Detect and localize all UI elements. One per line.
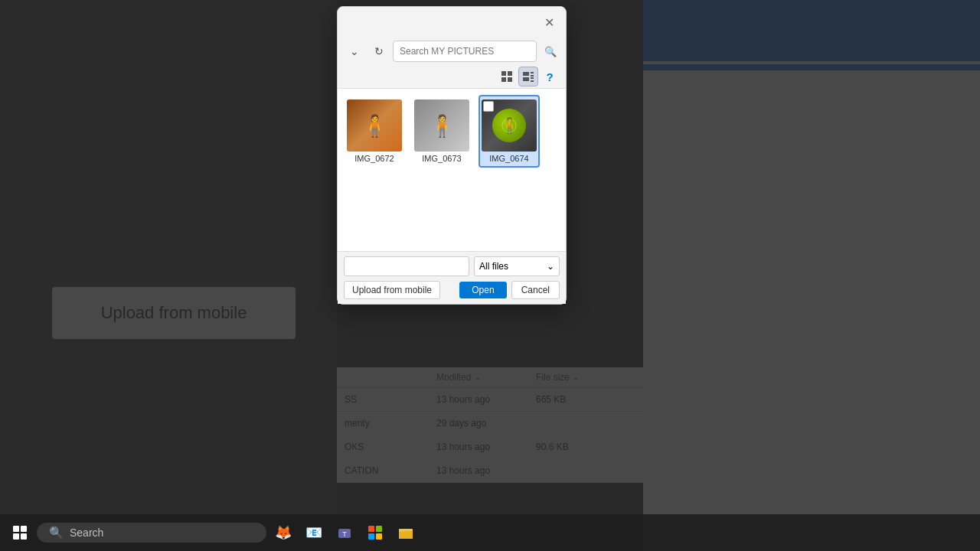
filetype-label: All files bbox=[479, 261, 508, 272]
svg-rect-1 bbox=[508, 71, 512, 76]
file-thumbnail-img0672: 🧍 bbox=[347, 99, 402, 152]
taskbar-search-label: Search bbox=[70, 527, 103, 539]
taskbar-mail-icon[interactable]: 📧 bbox=[300, 519, 328, 546]
dialog-close-button[interactable]: ✕ bbox=[538, 11, 560, 33]
svg-rect-8 bbox=[531, 77, 534, 79]
file-open-dialog: ✕ ⌄ ↻ 🔍 bbox=[337, 6, 567, 305]
svg-rect-16 bbox=[376, 533, 382, 540]
taskbar-store-icon[interactable] bbox=[361, 519, 389, 546]
taskbar-teams-icon[interactable]: T bbox=[331, 519, 358, 546]
search-icon-button[interactable]: 🔍 bbox=[544, 46, 557, 57]
upload-from-mobile-button[interactable]: Upload from mobile bbox=[344, 281, 440, 299]
person-figure-673: 🧍 bbox=[414, 99, 469, 152]
file-name-img0674: IMG_0674 bbox=[489, 154, 528, 163]
svg-rect-0 bbox=[501, 71, 506, 76]
file-item-img0673[interactable]: 🧍 IMG_0673 bbox=[411, 95, 472, 168]
windows-logo-icon bbox=[13, 526, 27, 540]
dialog-footer: All files ⌄ Upload from mobile Open Canc… bbox=[338, 251, 566, 304]
taskbar-search-bar[interactable]: 🔍 Search bbox=[37, 523, 266, 543]
nav-refresh-button[interactable]: ↻ bbox=[368, 41, 390, 62]
svg-rect-5 bbox=[531, 72, 534, 73]
file-item-img0672[interactable]: 🧍 IMG_0672 bbox=[344, 95, 405, 168]
person-figure-672: 🧍 bbox=[347, 99, 402, 152]
svg-rect-3 bbox=[508, 77, 512, 82]
nav-back-button[interactable]: ⌄ bbox=[344, 41, 365, 62]
svg-rect-2 bbox=[501, 77, 506, 82]
file-item-img0674[interactable]: 🧍 IMG_0674 bbox=[479, 95, 540, 168]
footer-row2: Upload from mobile Open Cancel bbox=[344, 281, 560, 299]
footer-row1: All files ⌄ bbox=[344, 256, 560, 276]
svg-rect-6 bbox=[531, 75, 534, 77]
open-button[interactable]: Open bbox=[459, 282, 506, 298]
cancel-button[interactable]: Cancel bbox=[511, 281, 560, 299]
filetype-dropdown[interactable]: All files ⌄ bbox=[474, 256, 560, 276]
svg-rect-18 bbox=[399, 531, 413, 539]
view-toolbar: ? bbox=[338, 65, 566, 89]
search-wrapper: 🔍 bbox=[393, 41, 560, 62]
file-thumbnail-img0674: 🧍 bbox=[482, 99, 537, 152]
taskbar-search-icon: 🔍 bbox=[49, 526, 64, 540]
svg-rect-14 bbox=[376, 526, 382, 532]
person-figure-674: 🧍 bbox=[482, 99, 537, 152]
dialog-titlebar: ✕ bbox=[338, 7, 566, 37]
svg-text:T: T bbox=[342, 530, 347, 538]
view-grid-button[interactable] bbox=[497, 67, 517, 86]
file-name-img0673: IMG_0673 bbox=[422, 154, 461, 163]
svg-rect-9 bbox=[531, 80, 534, 82]
taskbar-explorer-icon[interactable] bbox=[392, 519, 420, 546]
dialog-toolbar: ⌄ ↻ 🔍 bbox=[338, 37, 566, 65]
svg-rect-4 bbox=[523, 72, 529, 76]
file-content-area: 🧍 IMG_0672 🧍 IMG_0673 🧍 bbox=[338, 89, 566, 251]
file-thumbnail-img0673: 🧍 bbox=[414, 99, 469, 152]
start-button[interactable] bbox=[6, 519, 34, 546]
taskbar-browser-icon[interactable]: 🦊 bbox=[270, 519, 297, 546]
svg-rect-19 bbox=[399, 529, 405, 532]
taskbar: 🔍 Search 🦊 📧 T bbox=[0, 514, 980, 551]
filename-input[interactable] bbox=[344, 256, 469, 276]
filetype-chevron-icon: ⌄ bbox=[547, 261, 554, 272]
view-help-button[interactable]: ? bbox=[540, 67, 560, 86]
search-input[interactable] bbox=[393, 41, 537, 62]
svg-rect-15 bbox=[368, 533, 374, 540]
file-name-img0672: IMG_0672 bbox=[354, 154, 394, 163]
view-medium-icons-button[interactable] bbox=[518, 67, 538, 86]
svg-rect-7 bbox=[523, 77, 529, 81]
svg-rect-13 bbox=[368, 526, 374, 532]
